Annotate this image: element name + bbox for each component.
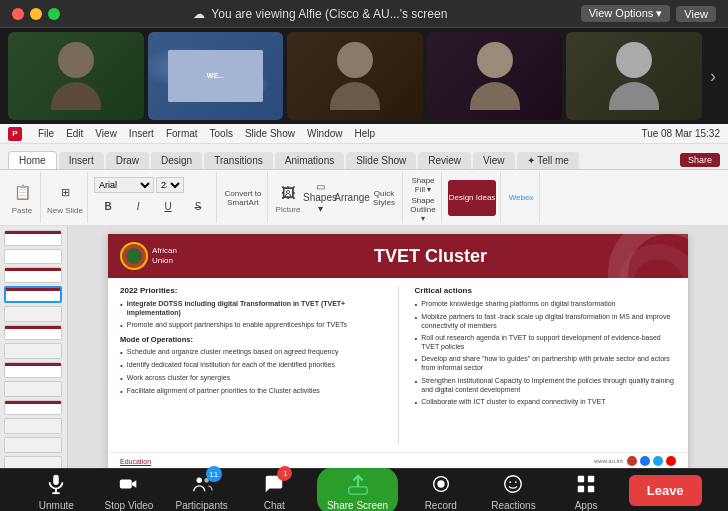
video-thumbnail-5[interactable] bbox=[566, 32, 702, 120]
slide-divider bbox=[398, 286, 399, 444]
footer-right: www.au.int bbox=[594, 456, 676, 466]
ppt-tab-design[interactable]: Design bbox=[151, 152, 202, 169]
slide-thumb-54[interactable]: 54 bbox=[4, 400, 62, 416]
shape-outline-button[interactable]: Shape Outline ▾ bbox=[409, 197, 437, 221]
paste-button[interactable]: 📋 bbox=[8, 180, 36, 204]
toolbar-insert-group: 🖼 Picture ▭ Shapes ▾ Arrange Quick Style… bbox=[270, 172, 403, 223]
close-button[interactable] bbox=[12, 8, 24, 20]
slide-left-column: 2022 Priorities: • Integrate DOTSS inclu… bbox=[120, 286, 382, 444]
ppt-menu-format[interactable]: Format bbox=[166, 128, 198, 139]
ppt-menu-view[interactable]: View bbox=[95, 128, 117, 139]
ppt-tab-tellme[interactable]: ✦ Tell me bbox=[517, 152, 579, 169]
view-options-button[interactable]: View Options ▾ bbox=[581, 5, 671, 22]
video-thumbnail-3[interactable] bbox=[287, 32, 423, 120]
slide-thumb-52[interactable]: 52 bbox=[4, 362, 62, 378]
arrange-button[interactable]: Arrange bbox=[338, 186, 366, 210]
minimize-button[interactable] bbox=[30, 8, 42, 20]
toolbar-paste-group: 📋 Paste bbox=[4, 172, 41, 223]
ppt-tab-transitions[interactable]: Transitions bbox=[204, 152, 273, 169]
slide-thumb-56[interactable]: 56 bbox=[4, 437, 62, 453]
svg-rect-12 bbox=[578, 476, 584, 482]
critical-bullet-6-text: Collaborate with ICT cluster to expand c… bbox=[421, 397, 605, 406]
zoom-toolbar: Unmute Stop Video 11 Participants bbox=[0, 468, 728, 511]
svg-point-10 bbox=[510, 481, 512, 483]
ppt-menu-edit[interactable]: Edit bbox=[66, 128, 83, 139]
slide-thumb-45[interactable]: 45 bbox=[4, 230, 62, 246]
strikethrough-button[interactable]: S bbox=[184, 195, 212, 219]
reactions-label: Reactions bbox=[491, 500, 535, 511]
apps-button[interactable]: Apps bbox=[556, 470, 616, 511]
microphone-icon bbox=[42, 470, 70, 498]
slide-thumb-57[interactable]: 57 bbox=[4, 456, 62, 468]
ppt-tab-animations[interactable]: Animations bbox=[275, 152, 344, 169]
ppt-menu-window[interactable]: Window bbox=[307, 128, 343, 139]
italic-button[interactable]: I bbox=[124, 195, 152, 219]
video-frame-4 bbox=[427, 32, 563, 120]
font-size-select[interactable]: 23 bbox=[156, 177, 184, 193]
slide-thumb-55[interactable]: 55 bbox=[4, 418, 62, 434]
webex-button[interactable]: Webex bbox=[507, 186, 535, 210]
ppt-tab-slideshow[interactable]: Slide Show bbox=[346, 152, 416, 169]
au-logo-circle bbox=[120, 242, 148, 270]
stop-video-label: Stop Video bbox=[105, 500, 154, 511]
leave-button[interactable]: Leave bbox=[629, 475, 702, 506]
ppt-menu-insert[interactable]: Insert bbox=[129, 128, 154, 139]
svg-rect-0 bbox=[54, 475, 60, 485]
ppt-tab-draw[interactable]: Draw bbox=[106, 152, 149, 169]
share-screen-button[interactable]: Share Screen bbox=[317, 467, 398, 512]
chevron-right-icon[interactable]: › bbox=[706, 66, 720, 87]
unmute-button[interactable]: Unmute bbox=[26, 470, 86, 511]
ppt-app: P File Edit View Insert Format Tools Sli… bbox=[0, 124, 728, 468]
ppt-tab-insert[interactable]: Insert bbox=[59, 152, 104, 169]
slide-thumb-48[interactable]: 48 bbox=[4, 286, 62, 303]
record-button[interactable]: Record bbox=[411, 470, 471, 511]
mode-bullet-4-text: Facilitate alignment of partner prioriti… bbox=[127, 386, 320, 395]
ppt-share-button[interactable]: Share bbox=[680, 153, 720, 167]
convert-button[interactable]: Convert toSmartArt bbox=[223, 186, 263, 210]
bold-button[interactable]: B bbox=[94, 195, 122, 219]
chat-icon: 1 1 bbox=[260, 470, 288, 498]
ppt-menu-tools[interactable]: Tools bbox=[210, 128, 233, 139]
slide-thumb-49[interactable]: 49 bbox=[4, 306, 62, 322]
reactions-button[interactable]: Reactions bbox=[483, 470, 543, 511]
participants-button[interactable]: 11 Participants bbox=[172, 470, 232, 511]
ppt-tab-home[interactable]: Home bbox=[8, 151, 57, 169]
design-ideas-button[interactable]: Design Ideas bbox=[448, 180, 496, 216]
priorities-title: 2022 Priorities: bbox=[120, 286, 382, 295]
stop-video-button[interactable]: Stop Video bbox=[99, 470, 159, 511]
slide-thumb-50[interactable]: 50 bbox=[4, 325, 62, 341]
font-family-select[interactable]: Arial bbox=[94, 177, 154, 193]
au-logo-inner bbox=[126, 248, 142, 264]
screen-share-title: ☁ You are viewing Alfie (Cisco & AU...'s… bbox=[193, 7, 447, 21]
shapes-button[interactable]: ▭ Shapes ▾ bbox=[306, 186, 334, 210]
critical-bullet-4-text: Develop and share "how to guides" on par… bbox=[421, 354, 676, 372]
video-thumbnails-row: WE... › bbox=[0, 28, 728, 124]
ppt-menu-file[interactable]: File bbox=[38, 128, 54, 139]
bullet-1-text: Integrate DOTSS including digital Transf… bbox=[127, 299, 382, 317]
active-slide[interactable]: AfricanUnion TVET Cluster 2022 P bbox=[108, 234, 688, 468]
ppt-menu-slideshow[interactable]: Slide Show bbox=[245, 128, 295, 139]
chat-button[interactable]: 1 1 Chat bbox=[244, 470, 304, 511]
slide-thumb-47[interactable]: 47 bbox=[4, 267, 62, 283]
ppt-tab-view[interactable]: View bbox=[473, 152, 515, 169]
participants-label: Participants bbox=[176, 500, 228, 511]
ppt-tab-review[interactable]: Review bbox=[418, 152, 471, 169]
slide-thumb-51[interactable]: 51 bbox=[4, 343, 62, 359]
video-thumbnail-2[interactable]: WE... bbox=[148, 32, 284, 120]
ppt-ribbon-tabs: Home Insert Draw Design Transitions Anim… bbox=[0, 144, 728, 170]
fullscreen-button[interactable] bbox=[48, 8, 60, 20]
ppt-menu-help[interactable]: Help bbox=[355, 128, 376, 139]
slide-thumb-46[interactable]: 46 bbox=[4, 249, 62, 265]
underline-button[interactable]: U bbox=[154, 195, 182, 219]
slide-thumb-53[interactable]: 53 bbox=[4, 381, 62, 397]
video-thumbnail-1[interactable] bbox=[8, 32, 144, 120]
mode-bullet-4: • Facilitate alignment of partner priori… bbox=[120, 386, 382, 396]
view-button[interactable]: View bbox=[676, 6, 716, 22]
video-frame-3 bbox=[287, 32, 423, 120]
picture-button[interactable]: 🖼 bbox=[274, 181, 302, 205]
powerpoint-window: P File Edit View Insert Format Tools Sli… bbox=[0, 124, 728, 468]
shape-fill-button[interactable]: Shape Fill ▾ bbox=[409, 174, 437, 195]
quick-styles-button[interactable]: Quick Styles bbox=[370, 186, 398, 210]
new-slide-button[interactable]: ⊞ bbox=[51, 180, 79, 204]
video-thumbnail-4[interactable] bbox=[427, 32, 563, 120]
